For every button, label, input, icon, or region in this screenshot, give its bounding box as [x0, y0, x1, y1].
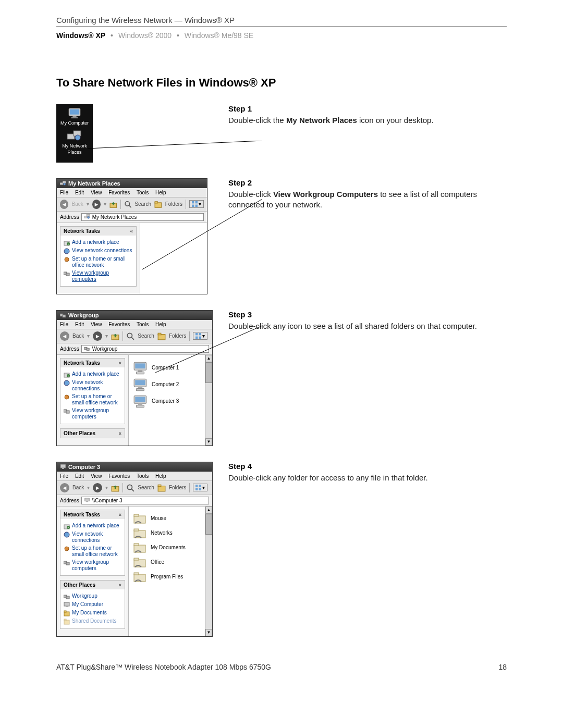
task-add-network-place[interactable]: Add a network place — [64, 371, 121, 378]
other-my-computer[interactable]: My Computer — [64, 601, 121, 608]
search-icon[interactable] — [126, 484, 134, 492]
folder-office[interactable]: Office — [133, 557, 201, 568]
computer-2[interactable]: Computer 2 — [133, 378, 201, 391]
menu-file[interactable]: File — [60, 322, 68, 327]
search-button[interactable]: Search — [138, 333, 154, 339]
menubar: File Edit View Favorites Tools Help — [57, 320, 212, 329]
folder-networks[interactable]: Networks — [133, 527, 201, 539]
folder-mouse[interactable]: Mouse — [133, 513, 201, 524]
folders-icon[interactable] — [154, 200, 162, 208]
folders-icon[interactable] — [157, 484, 166, 492]
menu-view[interactable]: View — [91, 322, 102, 327]
network-tasks-header[interactable]: Network Tasks« — [60, 510, 125, 519]
forward-button-icon[interactable]: ► — [92, 200, 101, 209]
task-view-workgroup[interactable]: View workgroup computers — [64, 559, 121, 572]
views-button[interactable]: ▾ — [189, 200, 204, 208]
up-icon[interactable] — [111, 484, 119, 492]
task-view-workgroup[interactable]: View workgroup computers — [64, 408, 121, 420]
menu-file[interactable]: File — [60, 190, 68, 195]
menu-edit[interactable]: Edit — [75, 322, 84, 327]
other-workgroup[interactable]: Workgroup — [64, 593, 121, 600]
menu-favorites[interactable]: Favorites — [108, 473, 130, 479]
back-button-icon[interactable]: ◄ — [60, 331, 69, 341]
side-panel: Network Tasks« Add a network place View … — [57, 507, 129, 636]
search-icon[interactable] — [124, 200, 132, 208]
task-setup-network[interactable]: Set up a home or small office network — [64, 545, 121, 558]
address-label: Address — [60, 498, 79, 503]
folder-program-files[interactable]: Program Files — [133, 571, 201, 583]
up-icon[interactable] — [111, 332, 119, 340]
task-view-connections[interactable]: View network connections — [64, 531, 121, 544]
side-panel: Network Tasks« Add a network place View … — [57, 223, 140, 294]
menu-file[interactable]: File — [60, 473, 68, 479]
my-network-places-desktop-icon[interactable]: My Network Places — [57, 130, 92, 155]
folders-icon[interactable] — [157, 332, 166, 340]
content-pane: Mouse Networks My Documents Office Progr… — [129, 507, 205, 636]
nav-me98[interactable]: Windows® Me/98 SE — [185, 31, 253, 40]
address-input[interactable]: \\Computer 3 — [81, 497, 209, 504]
folders-button[interactable]: Folders — [169, 333, 186, 339]
scrollbar[interactable]: ▲▼ — [205, 507, 212, 636]
addressbar: Address \\Computer 3 — [57, 495, 212, 507]
back-button-label[interactable]: Back — [72, 333, 84, 339]
computer-1[interactable]: Computer 1 — [133, 361, 201, 375]
step-4-body: Double-click any folder for access to an… — [228, 473, 507, 483]
back-button-icon[interactable]: ◄ — [60, 200, 68, 209]
task-view-connections[interactable]: View network connections — [64, 379, 121, 392]
other-places-header[interactable]: Other Places« — [60, 581, 125, 589]
task-add-network-place[interactable]: Add a network place — [64, 239, 133, 246]
menu-help[interactable]: Help — [155, 473, 166, 479]
my-computer-desktop-icon[interactable]: My Computer — [57, 107, 92, 126]
up-icon[interactable] — [109, 200, 117, 208]
task-setup-network[interactable]: Set up a home or small office network — [64, 393, 121, 406]
nav-xp[interactable]: Windows® XP — [56, 31, 105, 40]
task-view-connections[interactable]: View network connections — [64, 248, 133, 254]
footer-page-number: 18 — [498, 663, 507, 671]
menu-view[interactable]: View — [91, 190, 102, 195]
menu-tools[interactable]: Tools — [137, 322, 149, 327]
other-my-documents[interactable]: My Documents — [64, 610, 121, 616]
step-3-title: Step 3 — [228, 310, 507, 319]
titlebar: Computer 3 — [57, 462, 212, 472]
task-view-workgroup[interactable]: View workgroup computers — [64, 270, 133, 282]
back-button-label[interactable]: Back — [72, 485, 84, 490]
menu-tools[interactable]: Tools — [137, 190, 149, 195]
folders-button[interactable]: Folders — [169, 485, 186, 490]
views-button[interactable]: ▾ — [193, 332, 207, 340]
network-tasks-header[interactable]: Network Tasks« — [60, 227, 136, 236]
scrollbar[interactable]: ▲▼ — [205, 355, 212, 446]
network-tasks-header[interactable]: Network Tasks« — [60, 359, 125, 367]
address-input[interactable]: Workgroup — [81, 345, 209, 353]
step-2-body: Double-click View Workgroup Computers to… — [228, 189, 507, 211]
task-setup-network[interactable]: Set up a home or small office network — [64, 256, 133, 268]
forward-button-icon[interactable]: ► — [93, 483, 102, 492]
menu-help[interactable]: Help — [155, 190, 166, 195]
nav-2000[interactable]: Windows® 2000 — [118, 31, 172, 40]
task-add-network-place[interactable]: Add a network place — [64, 523, 121, 529]
menu-view[interactable]: View — [91, 473, 102, 479]
address-label: Address — [60, 214, 79, 220]
views-button[interactable]: ▾ — [193, 484, 207, 491]
menu-favorites[interactable]: Favorites — [108, 190, 130, 195]
menu-help[interactable]: Help — [155, 322, 166, 327]
my-computer-label: My Computer — [57, 121, 92, 126]
back-button-icon[interactable]: ◄ — [60, 483, 69, 492]
folder-my-documents[interactable]: My Documents — [133, 542, 201, 553]
computer-3[interactable]: Computer 3 — [133, 394, 201, 408]
back-button-label[interactable]: Back — [71, 201, 83, 207]
other-shared-documents[interactable]: Shared Documents — [64, 618, 121, 625]
my-network-places-label-2: Places — [57, 150, 92, 155]
footer-product: AT&T Plug&Share™ Wireless Notebook Adapt… — [56, 663, 271, 671]
computer-3-window: Computer 3 File Edit View Favorites Tool… — [56, 462, 213, 637]
address-input[interactable]: My Network Places — [81, 213, 204, 221]
search-button[interactable]: Search — [138, 485, 154, 490]
menu-edit[interactable]: Edit — [75, 473, 84, 479]
search-icon[interactable] — [126, 332, 134, 340]
folders-button[interactable]: Folders — [165, 201, 182, 207]
menu-tools[interactable]: Tools — [137, 473, 149, 479]
other-places-header[interactable]: Other Places« — [60, 429, 125, 438]
search-button[interactable]: Search — [134, 201, 151, 207]
menu-favorites[interactable]: Favorites — [108, 322, 130, 327]
forward-button-icon[interactable]: ► — [93, 331, 102, 341]
menu-edit[interactable]: Edit — [75, 190, 84, 195]
